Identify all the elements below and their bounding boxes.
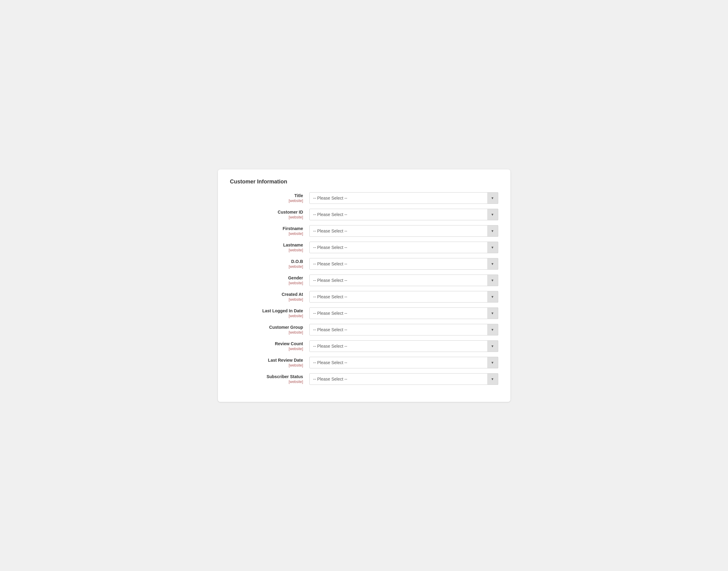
- label-group-last-review-date: Last Review Date[website]: [230, 358, 309, 367]
- label-group-last-logged-in-date: Last Logged In Date[website]: [230, 308, 309, 318]
- label-group-created-at: Created At[website]: [230, 292, 309, 302]
- select-wrapper-lastname: -- Please Select --▼: [309, 242, 498, 253]
- select-created-at[interactable]: -- Please Select --: [309, 291, 498, 303]
- label-group-customer-group: Customer Group[website]: [230, 325, 309, 335]
- label-group-review-count: Review Count[website]: [230, 341, 309, 351]
- form-row-customer-id: Customer ID[website]-- Please Select --▼: [230, 209, 498, 220]
- field-label-dob: D.O.B: [230, 259, 303, 264]
- card-title: Customer Information: [230, 179, 498, 185]
- select-wrapper-dob: -- Please Select --▼: [309, 258, 498, 270]
- select-subscriber-status[interactable]: -- Please Select --: [309, 373, 498, 385]
- field-label-review-count: Review Count: [230, 341, 303, 346]
- form-row-last-logged-in-date: Last Logged In Date[website]-- Please Se…: [230, 308, 498, 319]
- select-wrapper-gender: -- Please Select --▼: [309, 274, 498, 286]
- select-wrapper-customer-id: -- Please Select --▼: [309, 209, 498, 220]
- select-customer-id[interactable]: -- Please Select --: [309, 209, 498, 220]
- field-source-customer-id: [website]: [230, 215, 303, 219]
- select-last-logged-in-date[interactable]: -- Please Select --: [309, 308, 498, 319]
- select-wrapper-created-at: -- Please Select --▼: [309, 291, 498, 303]
- customer-information-card: Customer Information Title[website]-- Pl…: [218, 169, 510, 402]
- select-wrapper-subscriber-status: -- Please Select --▼: [309, 373, 498, 385]
- field-label-lastname: Lastname: [230, 242, 303, 247]
- field-source-review-count: [website]: [230, 347, 303, 351]
- form-rows-container: Title[website]-- Please Select --▼Custom…: [230, 192, 498, 385]
- field-source-title: [website]: [230, 199, 303, 203]
- select-review-count[interactable]: -- Please Select --: [309, 340, 498, 352]
- select-wrapper-customer-group: -- Please Select --▼: [309, 324, 498, 335]
- field-source-subscriber-status: [website]: [230, 380, 303, 384]
- form-row-dob: D.O.B[website]-- Please Select --▼: [230, 258, 498, 270]
- select-last-review-date[interactable]: -- Please Select --: [309, 357, 498, 368]
- label-group-subscriber-status: Subscriber Status[website]: [230, 374, 309, 384]
- field-source-last-review-date: [website]: [230, 363, 303, 367]
- select-firstname[interactable]: -- Please Select --: [309, 225, 498, 237]
- field-label-last-review-date: Last Review Date: [230, 358, 303, 363]
- select-title[interactable]: -- Please Select --: [309, 192, 498, 204]
- label-group-gender: Gender[website]: [230, 275, 309, 285]
- form-row-subscriber-status: Subscriber Status[website]-- Please Sele…: [230, 373, 498, 385]
- field-label-customer-id: Customer ID: [230, 210, 303, 215]
- form-row-title: Title[website]-- Please Select --▼: [230, 192, 498, 204]
- field-source-last-logged-in-date: [website]: [230, 314, 303, 318]
- field-label-gender: Gender: [230, 275, 303, 280]
- form-row-review-count: Review Count[website]-- Please Select --…: [230, 340, 498, 352]
- select-dob[interactable]: -- Please Select --: [309, 258, 498, 270]
- form-row-firstname: Firstname[website]-- Please Select --▼: [230, 225, 498, 237]
- form-row-last-review-date: Last Review Date[website]-- Please Selec…: [230, 357, 498, 368]
- form-row-lastname: Lastname[website]-- Please Select --▼: [230, 242, 498, 253]
- select-wrapper-firstname: -- Please Select --▼: [309, 225, 498, 237]
- select-gender[interactable]: -- Please Select --: [309, 274, 498, 286]
- label-group-firstname: Firstname[website]: [230, 226, 309, 236]
- field-source-lastname: [website]: [230, 248, 303, 252]
- field-source-customer-group: [website]: [230, 330, 303, 335]
- form-row-gender: Gender[website]-- Please Select --▼: [230, 274, 498, 286]
- label-group-lastname: Lastname[website]: [230, 242, 309, 252]
- label-group-dob: D.O.B[website]: [230, 259, 309, 269]
- field-source-dob: [website]: [230, 264, 303, 269]
- field-source-gender: [website]: [230, 281, 303, 285]
- select-lastname[interactable]: -- Please Select --: [309, 242, 498, 253]
- form-row-created-at: Created At[website]-- Please Select --▼: [230, 291, 498, 303]
- label-group-customer-id: Customer ID[website]: [230, 210, 309, 219]
- label-group-title: Title[website]: [230, 193, 309, 203]
- field-label-customer-group: Customer Group: [230, 325, 303, 330]
- field-label-title: Title: [230, 193, 303, 198]
- field-label-subscriber-status: Subscriber Status: [230, 374, 303, 379]
- form-row-customer-group: Customer Group[website]-- Please Select …: [230, 324, 498, 335]
- field-source-firstname: [website]: [230, 232, 303, 236]
- field-label-created-at: Created At: [230, 292, 303, 297]
- select-customer-group[interactable]: -- Please Select --: [309, 324, 498, 335]
- select-wrapper-title: -- Please Select --▼: [309, 192, 498, 204]
- select-wrapper-last-review-date: -- Please Select --▼: [309, 357, 498, 368]
- field-label-last-logged-in-date: Last Logged In Date: [230, 308, 303, 313]
- select-wrapper-review-count: -- Please Select --▼: [309, 340, 498, 352]
- field-source-created-at: [website]: [230, 298, 303, 302]
- select-wrapper-last-logged-in-date: -- Please Select --▼: [309, 308, 498, 319]
- field-label-firstname: Firstname: [230, 226, 303, 231]
